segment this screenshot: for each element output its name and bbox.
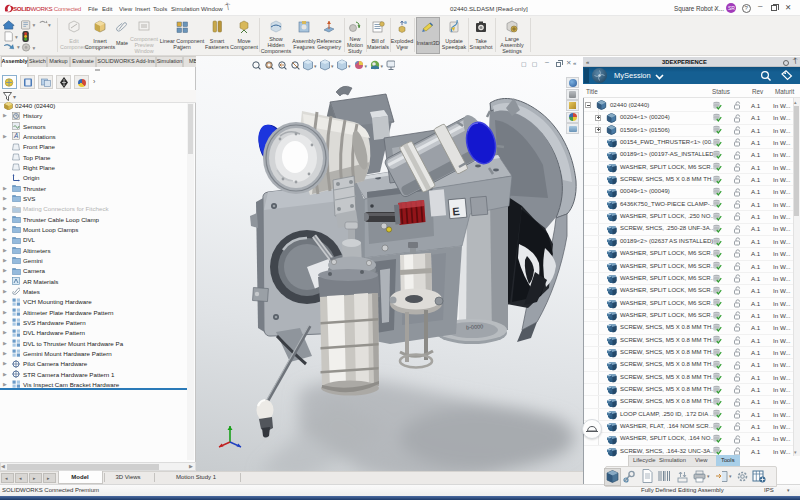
svg-text:▾: ▾ [48,22,51,28]
svg-text:A: A [13,133,18,140]
svg-text:▾: ▾ [15,34,18,40]
svg-text:▾: ▾ [17,44,20,50]
svg-text:▾: ▾ [33,22,36,28]
svg-text:E: E [452,205,460,218]
svg-text:▾: ▾ [13,94,16,100]
svg-text:▾: ▾ [33,45,36,51]
svg-text:b-0000: b-0000 [466,323,484,330]
